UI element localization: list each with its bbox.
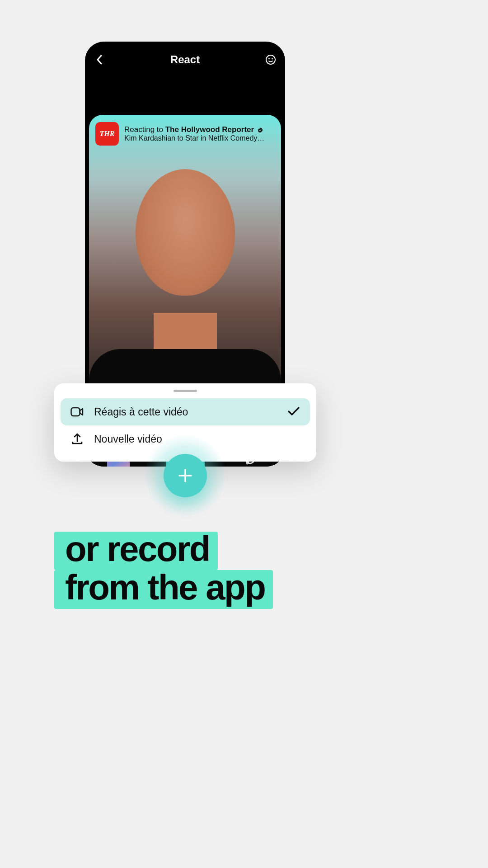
add-fab[interactable]: [164, 454, 207, 497]
emoji-icon[interactable]: [264, 53, 277, 66]
sheet-handle[interactable]: [174, 390, 197, 392]
reacting-prefix: Reacting to: [124, 125, 165, 134]
headline-line-1: or record: [54, 532, 218, 570]
option-react-to-video[interactable]: Réagis à cette vidéo: [61, 398, 310, 425]
svg-point-1: [268, 58, 270, 60]
svg-rect-3: [71, 408, 80, 416]
option-react-label: Réagis à cette vidéo: [94, 406, 277, 418]
promo-headline: or record from the app: [54, 532, 273, 609]
status-bar: [85, 42, 285, 50]
svg-point-0: [266, 55, 275, 64]
reacting-source-card[interactable]: THR Reacting to The Hollywood Reporter K…: [95, 122, 275, 146]
source-info: Reacting to The Hollywood Reporter Kim K…: [124, 125, 275, 142]
check-icon: [287, 406, 300, 417]
upload-icon: [70, 433, 84, 445]
source-subtitle: Kim Kardashian to Star in Netflix Comedy…: [124, 134, 275, 142]
source-title-line: Reacting to The Hollywood Reporter: [124, 125, 275, 134]
back-icon[interactable]: [93, 53, 106, 66]
plus-icon: [177, 467, 194, 484]
verified-icon: [257, 127, 263, 133]
source-avatar-text: THR: [100, 130, 115, 138]
source-publisher: The Hollywood Reporter: [165, 125, 254, 134]
headline-line-2: from the app: [54, 570, 273, 609]
page-title: React: [170, 53, 200, 66]
source-avatar: THR: [95, 122, 119, 146]
video-camera-icon: [70, 406, 84, 418]
nav-bar: React: [85, 50, 285, 71]
svg-point-2: [272, 58, 273, 60]
